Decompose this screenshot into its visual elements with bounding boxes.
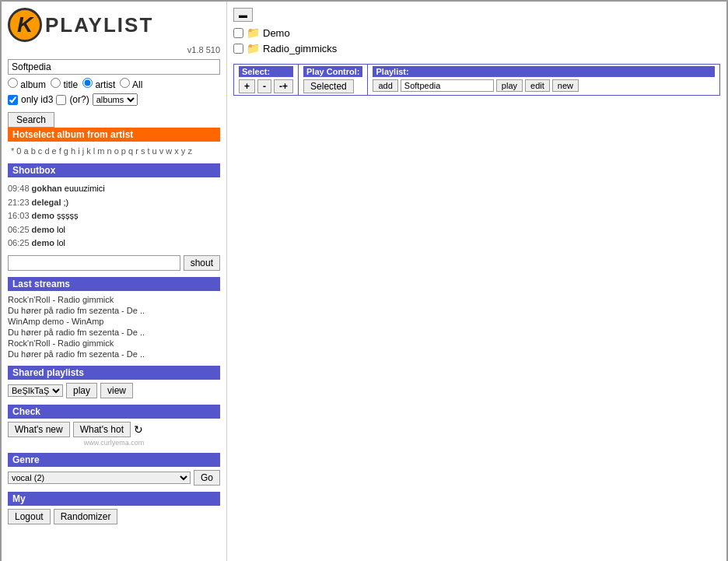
streams-section: Last streams Rock'n'Roll - Radio gimmick… xyxy=(8,277,220,359)
genre-row: vocal (2) Go xyxy=(8,470,220,486)
shoutbox-header: Shoutbox xyxy=(8,163,220,177)
randomizer-button[interactable]: Randomizer xyxy=(54,509,118,524)
stream-item-1[interactable]: Du hører på radio fm sezenta - De .. xyxy=(8,305,220,316)
play-control-section: Play Control: Selected xyxy=(299,65,368,95)
stream-item-0[interactable]: Rock'n'Roll - Radio gimmick xyxy=(8,294,220,305)
select-label: Select: xyxy=(239,66,293,77)
tree-item-1: 📁 Radio_gimmicks xyxy=(233,42,720,54)
control-bar: Select: + - -+ Play Control: Selected Pl… xyxy=(233,64,720,96)
logo-text: PLAYLIST xyxy=(45,13,153,37)
only-id3-label: only id3 xyxy=(21,94,53,105)
radio-title-label[interactable]: title xyxy=(51,78,78,90)
radio-artist[interactable] xyxy=(82,78,93,88)
playlist-controls: add play edit new xyxy=(373,79,715,92)
shared-view-button[interactable]: view xyxy=(100,383,133,398)
playlist-name-input[interactable] xyxy=(401,79,494,92)
stream-item-5[interactable]: Du hører på radio fm sezenta - De .. xyxy=(8,349,220,359)
shout-text-input[interactable] xyxy=(8,255,180,271)
shout-msg-4: 06:25 demo lol xyxy=(8,237,220,251)
shout-msg-2: 16:03 demo șșșșș xyxy=(8,209,220,223)
whats-new-button[interactable]: What's new xyxy=(8,422,70,437)
tree-checkbox-1[interactable] xyxy=(233,44,243,54)
shout-button[interactable]: shout xyxy=(184,255,220,271)
shoutbox-section: Shoutbox 09:48 gokhan euuuzimici 21:23 d… xyxy=(8,163,220,271)
toolbar-row: ▬ xyxy=(233,8,720,22)
checkbox-row: only id3 (or?) albums xyxy=(8,93,220,106)
whats-hot-button[interactable]: What's hot xyxy=(73,422,131,437)
remove-select-button[interactable]: - xyxy=(257,79,271,93)
genre-section: Genre vocal (2) Go xyxy=(8,453,220,486)
check-header: Check xyxy=(8,405,220,419)
hotselect-section: Hotselect album from artist * 0 a b c d … xyxy=(8,128,220,157)
stream-item-4[interactable]: Rock'n'Roll - Radio gimmick xyxy=(8,338,220,349)
playlist-edit-button[interactable]: edit xyxy=(525,79,550,92)
radio-all-label[interactable]: All xyxy=(120,78,142,90)
version-text: v1.8 510 xyxy=(8,45,220,54)
stream-item-2[interactable]: WinAmp demo - WinAmp xyxy=(8,316,220,327)
hotselect-letters[interactable]: * 0 a b c d e f g h i j k l m n o p q r … xyxy=(8,145,220,157)
shared-play-button[interactable]: play xyxy=(66,383,97,398)
tree-checkbox-0[interactable] xyxy=(233,28,243,38)
search-input[interactable] xyxy=(8,59,220,75)
folder-icon-0: 📁 xyxy=(247,26,260,39)
check-section: Check What's new What's hot ↻ www.curlye… xyxy=(8,405,220,447)
tree-item-0: 📁 Demo xyxy=(233,26,720,39)
albums-select[interactable]: albums xyxy=(93,93,138,106)
folder-icon-1: 📁 xyxy=(247,42,260,54)
stream-item-3[interactable]: Du hører på radio fm sezenta - De .. xyxy=(8,327,220,338)
radio-album[interactable] xyxy=(8,78,18,88)
shared-playlist-select[interactable]: BeŞIkTaŞ xyxy=(8,384,63,397)
refresh-icon[interactable]: ↻ xyxy=(134,423,143,436)
my-row: Logout Randomizer xyxy=(8,509,220,524)
only-id3-checkbox[interactable] xyxy=(8,95,18,105)
tree-label-1[interactable]: Radio_gimmicks xyxy=(263,43,337,54)
playlist-add-button[interactable]: add xyxy=(373,79,397,92)
shout-msg-3: 06:25 demo lol xyxy=(8,223,220,237)
logout-button[interactable]: Logout xyxy=(8,509,51,524)
hotselect-header: Hotselect album from artist xyxy=(8,128,220,142)
genre-select[interactable]: vocal (2) xyxy=(8,472,191,484)
selected-button[interactable]: Selected xyxy=(303,79,354,93)
select-section: Select: + - -+ xyxy=(234,65,299,95)
add-select-button[interactable]: + xyxy=(239,79,255,93)
shared-header: Shared playlists xyxy=(8,366,220,380)
streams-header: Last streams xyxy=(8,277,220,291)
toolbar-icon[interactable]: ▬ xyxy=(233,8,253,22)
playlist-new-button[interactable]: new xyxy=(552,79,579,92)
radio-title[interactable] xyxy=(51,78,61,88)
play-control-buttons: Selected xyxy=(303,79,362,93)
shout-msg-0: 09:48 gokhan euuuzimici xyxy=(8,182,220,196)
shout-input-row: shout xyxy=(8,255,220,271)
or-label: (or?) xyxy=(69,94,89,105)
playlist-label: Playlist: xyxy=(373,66,715,77)
genre-header: Genre xyxy=(8,453,220,467)
www-text: www.curlyema.com xyxy=(8,439,220,447)
radio-all[interactable] xyxy=(120,78,130,88)
or-checkbox[interactable] xyxy=(56,95,66,105)
my-section: My Logout Randomizer xyxy=(8,492,220,524)
file-tree: 📁 Demo 📁 Radio_gimmicks xyxy=(233,26,720,54)
radio-album-label[interactable]: album xyxy=(8,78,46,90)
select-buttons: + - -+ xyxy=(239,79,293,93)
shout-messages: 09:48 gokhan euuuzimici 21:23 delegal ;)… xyxy=(8,181,220,252)
right-panel: ▬ 📁 Demo 📁 Radio_gimmicks Select: + - xyxy=(227,2,726,561)
my-header: My xyxy=(8,492,220,506)
check-row: What's new What's hot ↻ xyxy=(8,422,220,437)
radio-artist-label[interactable]: artist xyxy=(82,78,115,90)
logo-area: K PLAYLIST xyxy=(8,8,220,42)
shout-msg-1: 21:23 delegal ;) xyxy=(8,196,220,210)
addremove-select-button[interactable]: -+ xyxy=(274,79,293,93)
shared-section: Shared playlists BeŞIkTaŞ play view xyxy=(8,366,220,398)
search-button[interactable]: Search xyxy=(8,112,54,128)
search-radio-row: album title artist All xyxy=(8,78,220,90)
genre-go-button[interactable]: Go xyxy=(194,470,220,486)
tree-label-0[interactable]: Demo xyxy=(263,27,290,39)
logo-k: K xyxy=(8,8,42,42)
play-control-label: Play Control: xyxy=(303,66,362,77)
shared-row: BeŞIkTaŞ play view xyxy=(8,383,220,398)
playlist-section: Playlist: add play edit new xyxy=(368,65,719,95)
playlist-play-button[interactable]: play xyxy=(496,79,523,92)
